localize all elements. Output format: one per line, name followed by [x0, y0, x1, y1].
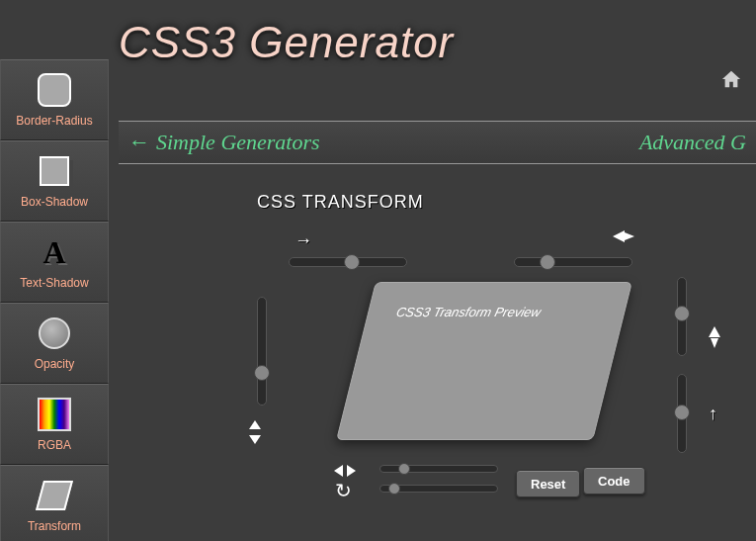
arrow-up-icon: ↑ [709, 404, 717, 424]
code-button[interactable]: Code [583, 467, 645, 495]
page-title: CSS3 Generator [119, 18, 756, 67]
svg-marker-0 [613, 230, 625, 242]
breadcrumb: ← Simple Generators Advanced G [119, 121, 756, 164]
sidebar-item-border-radius[interactable]: Border-Radius [0, 59, 109, 140]
sidebar-item-opacity[interactable]: Opacity [0, 303, 109, 384]
sidebar-item-label: RGBA [38, 438, 71, 452]
arrow-left-icon: ← [128, 130, 150, 155]
opacity-icon [37, 316, 72, 351]
skew-y-icon [707, 326, 722, 352]
box-shadow-icon [37, 153, 72, 189]
main-panel: CSS TRANSFORM → ↑ CSS3 Transform Preview… [119, 168, 756, 541]
sidebar-item-label: Text-Shadow [20, 276, 88, 290]
sidebar-item-label: Opacity [35, 357, 75, 371]
transform-preview: CSS3 Transform Preview [336, 282, 632, 440]
scale-y-icon [249, 420, 261, 444]
home-icon[interactable] [720, 69, 742, 94]
reset-label: Reset [531, 477, 565, 492]
sidebar-item-label: Box-Shadow [21, 195, 88, 209]
slider-translate-x[interactable] [379, 465, 498, 473]
rotate-arrow-icon: → [294, 230, 312, 251]
border-radius-icon [37, 72, 72, 108]
sidebar-item-label: Transform [28, 519, 81, 533]
svg-marker-3 [711, 338, 718, 348]
slider-rotate-top-left[interactable] [289, 257, 407, 267]
code-label: Code [598, 474, 630, 489]
transform-icon [37, 478, 72, 513]
slider-rotate-bottom[interactable] [379, 485, 498, 493]
slider-skew-y[interactable] [677, 277, 687, 356]
refresh-icon[interactable]: ↻ [335, 479, 352, 502]
slider-skew-x[interactable] [514, 257, 632, 267]
sidebar: Border-Radius Box-Shadow A Text-Shadow O… [0, 59, 109, 541]
rgba-icon [37, 397, 72, 432]
sidebar-item-text-shadow[interactable]: A Text-Shadow [0, 222, 109, 303]
svg-marker-2 [709, 326, 720, 337]
breadcrumb-back[interactable]: ← Simple Generators [128, 130, 320, 155]
section-title: CSS TRANSFORM [257, 192, 424, 213]
breadcrumb-left-label: Simple Generators [156, 130, 320, 155]
skew-x-icon [613, 227, 634, 250]
preview-label: CSS3 Transform Preview [394, 305, 598, 319]
slider-translate-y[interactable] [677, 374, 687, 453]
reset-button[interactable]: Reset [516, 470, 580, 497]
breadcrumb-forward[interactable]: Advanced G [639, 130, 746, 155]
sidebar-item-label: Border-Radius [16, 114, 92, 128]
breadcrumb-right-label: Advanced G [639, 130, 746, 154]
svg-marker-1 [625, 232, 634, 240]
sidebar-item-box-shadow[interactable]: Box-Shadow [0, 140, 109, 222]
sidebar-item-transform[interactable]: Transform [0, 465, 109, 541]
text-shadow-icon: A [37, 234, 72, 270]
sidebar-item-rgba[interactable]: RGBA [0, 384, 109, 465]
slider-scale-y[interactable] [257, 297, 267, 406]
